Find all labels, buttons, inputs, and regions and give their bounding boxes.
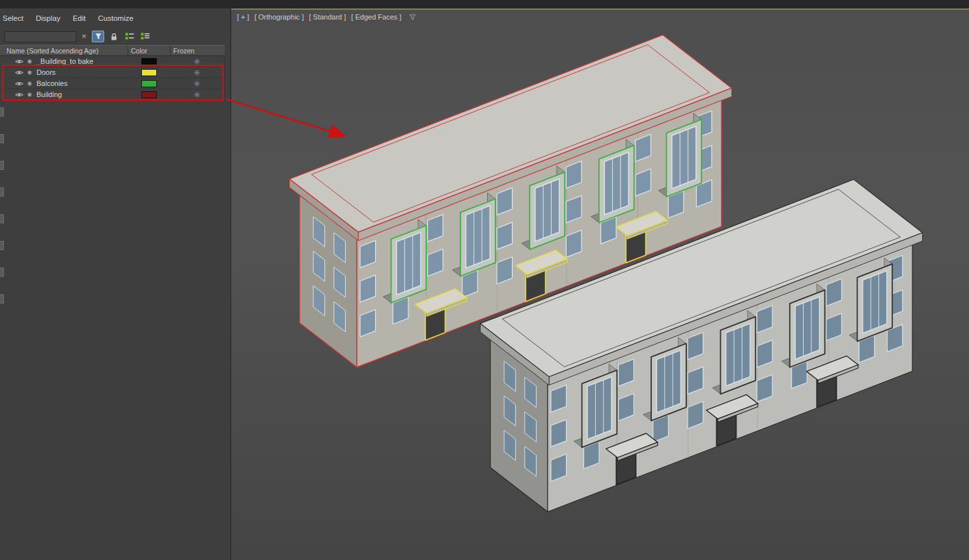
layer-frozen-cell[interactable] — [170, 80, 224, 87]
layer-name[interactable]: Building — [36, 91, 62, 98]
layer-frozen-cell[interactable] — [170, 91, 224, 98]
viewport-label-bar: [ + ] [ Orthographic ] [ Standard ] [ Ed… — [237, 13, 416, 21]
clear-search-button[interactable]: × — [79, 31, 89, 42]
layer-name-cell: Doors — [0, 68, 128, 76]
layer-row[interactable]: Building — [0, 89, 224, 100]
layer-name-cell: Building — [0, 91, 128, 98]
viewport-menu-pov[interactable]: [ Orthographic ] — [255, 13, 304, 21]
layer-color-swatch[interactable] — [141, 69, 157, 76]
viewport-menu-general[interactable]: [ + ] — [237, 13, 249, 21]
search-input[interactable] — [5, 31, 76, 42]
docked-toolbar-partial-icon[interactable] — [0, 107, 4, 117]
docked-toolbar-partial-icon[interactable] — [0, 188, 4, 197]
dot-icon[interactable] — [27, 81, 33, 87]
dot-icon[interactable] — [27, 70, 33, 76]
lock-button[interactable] — [107, 31, 120, 42]
layer-color-cell[interactable] — [128, 69, 170, 76]
layer-name-cell: Balconies — [0, 79, 128, 87]
eye-icon[interactable] — [15, 70, 23, 76]
snowflake-icon — [193, 91, 201, 98]
layer-row[interactable]: Doors — [0, 67, 224, 78]
layer-name-cell: _Building_to bake — [0, 57, 128, 65]
docked-toolbar-edge — [0, 107, 5, 321]
layer-list: _Building_to bake — [0, 56, 225, 100]
application-window: Select Display Edit Customize × — [0, 0, 969, 560]
snowflake-icon — [193, 80, 201, 87]
menu-display[interactable]: Display — [36, 14, 61, 22]
menu-select[interactable]: Select — [3, 14, 23, 22]
filter-button[interactable] — [92, 31, 104, 42]
docked-toolbar-partial-icon[interactable] — [0, 241, 4, 250]
layer-color-cell[interactable] — [128, 91, 170, 98]
layer-color-swatch[interactable] — [141, 80, 157, 87]
docked-toolbar-partial-icon[interactable] — [0, 214, 4, 223]
filter-icon — [94, 33, 102, 40]
snowflake-icon — [193, 58, 201, 65]
layer-color-cell[interactable] — [128, 58, 170, 65]
scene-explorer-panel: Select Display Edit Customize × — [0, 8, 231, 560]
dot-icon[interactable] — [27, 59, 33, 64]
layer-name[interactable]: _Building_to bake — [36, 57, 93, 65]
lock-icon — [110, 33, 118, 41]
docked-toolbar-partial-icon[interactable] — [0, 294, 4, 303]
layer-name[interactable]: Balconies — [36, 79, 68, 87]
docked-toolbar-partial-icon[interactable] — [0, 134, 4, 143]
viewport-menu-shading[interactable]: [ Standard ] — [309, 13, 346, 21]
column-header-color[interactable]: Color — [128, 46, 171, 55]
layer-color-swatch[interactable] — [141, 91, 157, 98]
eye-icon[interactable] — [15, 81, 23, 87]
column-header-name[interactable]: Name (Sorted Ascending Age) — [0, 46, 128, 55]
menu-edit[interactable]: Edit — [73, 14, 86, 22]
layer-frozen-cell[interactable] — [170, 58, 224, 65]
layer-row[interactable]: _Building_to bake — [0, 56, 224, 67]
list-icon — [125, 33, 134, 40]
dot-icon[interactable] — [27, 92, 33, 98]
filter-icon[interactable] — [409, 14, 416, 21]
eye-icon[interactable] — [15, 92, 23, 98]
sort-view-button[interactable] — [139, 31, 151, 42]
layer-name[interactable]: Doors — [36, 68, 55, 76]
snowflake-icon — [193, 69, 201, 76]
layer-row[interactable]: Balconies — [0, 78, 224, 89]
viewport[interactable]: [ + ] [ Orthographic ] [ Standard ] [ Ed… — [231, 8, 969, 560]
eye-icon[interactable] — [15, 59, 23, 64]
title-strip — [0, 0, 969, 8]
list-view-button[interactable] — [123, 31, 135, 42]
docked-toolbar-partial-icon[interactable] — [0, 161, 4, 170]
viewport-canvas[interactable] — [231, 10, 969, 560]
layer-color-cell[interactable] — [128, 80, 170, 87]
column-header-row: Name (Sorted Ascending Age) Color Frozen — [0, 45, 225, 56]
explorer-toolbar: × — [0, 28, 231, 45]
column-header-frozen[interactable]: Frozen — [171, 46, 225, 55]
menu-customize[interactable]: Customize — [98, 14, 133, 22]
docked-toolbar-partial-icon[interactable] — [0, 268, 4, 277]
layer-color-swatch[interactable] — [141, 58, 157, 65]
explorer-menubar: Select Display Edit Customize — [0, 8, 231, 28]
viewport-menu-edged-faces[interactable]: [ Edged Faces ] — [351, 13, 401, 21]
layer-frozen-cell[interactable] — [170, 69, 224, 76]
list-alt-icon — [141, 33, 150, 40]
